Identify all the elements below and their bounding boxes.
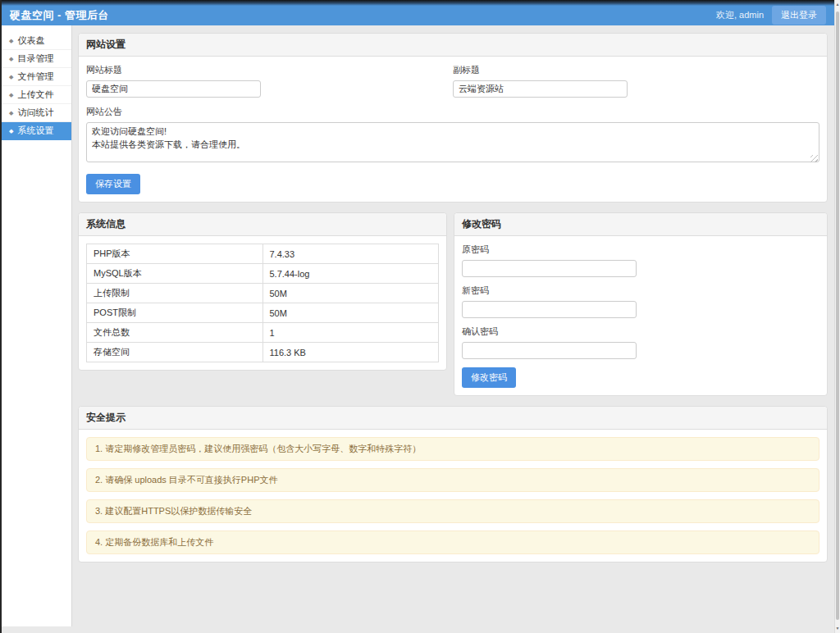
sidebar-item-label: 系统设置 [17, 125, 53, 137]
sidebar-item-dashboard[interactable]: ◆ 仪表盘 [2, 32, 71, 50]
table-row: MySQL版本 5.7.44-log [87, 264, 439, 284]
site-settings-form-row: 网站标题 副标题 [86, 64, 819, 98]
site-settings-panel: 网站设置 网站标题 副标题 网站公告 欢迎访问硬盘空间! 本站提供各类资源下载，… [78, 33, 828, 203]
change-password-panel-body: 原密码 新密码 确认密码 修改密码 [454, 236, 827, 395]
info-value: 7.4.33 [262, 244, 439, 264]
table-row: 上传限制 50M [87, 284, 439, 303]
new-password-field-group: 新密码 [462, 285, 819, 318]
info-label: PHP版本 [87, 244, 263, 264]
sidebar-item-directories[interactable]: ◆ 目录管理 [2, 50, 71, 68]
announcement-textarea-wrap: 欢迎访问硬盘空间! 本站提供各类资源下载，请合理使用。 [86, 122, 819, 166]
bullet-icon: ◆ [9, 56, 13, 61]
scrollbar-thumb[interactable] [836, 11, 839, 620]
app-title: 硬盘空间 - 管理后台 [10, 8, 109, 23]
bullet-icon: ◆ [9, 128, 13, 134]
middle-panels-row: 系统信息 PHP版本 7.4.33 MySQL版本 5.7.44-log 上 [78, 212, 828, 406]
vertical-scrollbar[interactable]: ▲ ▼ [834, 0, 840, 633]
topbar-right-group: 欢迎, admin 退出登录 [716, 6, 826, 25]
site-title-label: 网站标题 [86, 64, 453, 76]
info-label: MySQL版本 [87, 264, 263, 284]
table-row: POST限制 50M [87, 303, 439, 323]
security-tips-panel-body: 1. 请定期修改管理员密码，建议使用强密码（包含大小写字母、数字和特殊字符） 2… [79, 430, 827, 562]
subtitle-label: 副标题 [453, 64, 819, 76]
confirm-password-label: 确认密码 [462, 326, 819, 338]
subtitle-field-group: 副标题 [453, 64, 819, 98]
info-label: 上传限制 [87, 284, 263, 303]
bullet-icon: ◆ [9, 92, 13, 98]
confirm-password-field-group: 确认密码 [462, 326, 819, 359]
info-label: 文件总数 [87, 323, 263, 343]
security-tip-alert: 1. 请定期修改管理员密码，建议使用强密码（包含大小写字母、数字和特殊字符） [86, 437, 819, 461]
top-navbar: 硬盘空间 - 管理后台 欢迎, admin 退出登录 [0, 0, 834, 25]
sidebar-item-label: 上传文件 [17, 89, 53, 101]
table-row: 文件总数 1 [87, 323, 439, 343]
system-info-table: PHP版本 7.4.33 MySQL版本 5.7.44-log 上传限制 50M [86, 244, 439, 362]
sidebar-nav: ◆ 仪表盘 ◆ 目录管理 ◆ 文件管理 ◆ 上传文件 ◆ 访问统计 ◆ 系统设置 [2, 25, 72, 626]
sidebar-item-stats[interactable]: ◆ 访问统计 [2, 104, 71, 122]
old-password-input[interactable] [462, 260, 637, 277]
window-left-edge [0, 0, 2, 633]
save-settings-button[interactable]: 保存设置 [86, 174, 140, 194]
change-password-button[interactable]: 修改密码 [462, 367, 516, 388]
site-settings-panel-body: 网站标题 副标题 网站公告 欢迎访问硬盘空间! 本站提供各类资源下载，请合理使用… [79, 57, 827, 202]
bullet-icon: ◆ [9, 110, 13, 116]
bullet-icon: ◆ [9, 74, 13, 80]
main-content: 网站设置 网站标题 副标题 网站公告 欢迎访问硬盘空间! 本站提供各类资源下载，… [73, 25, 834, 633]
subtitle-input[interactable] [453, 80, 628, 98]
new-password-input[interactable] [462, 301, 637, 318]
info-value: 1 [262, 323, 439, 343]
scroll-up-icon[interactable]: ▲ [835, 2, 840, 7]
sidebar-item-label: 访问统计 [17, 107, 53, 119]
sidebar-item-label: 仪表盘 [17, 34, 44, 47]
welcome-text: 欢迎, admin [716, 9, 764, 21]
confirm-password-input[interactable] [462, 342, 637, 359]
site-settings-panel-title: 网站设置 [79, 34, 827, 57]
logout-button[interactable]: 退出登录 [772, 6, 826, 25]
sidebar-item-label: 文件管理 [17, 71, 53, 83]
info-label: POST限制 [87, 303, 263, 323]
security-tip-alert: 4. 定期备份数据库和上传文件 [86, 531, 819, 554]
announcement-field-group: 网站公告 欢迎访问硬盘空间! 本站提供各类资源下载，请合理使用。 [86, 106, 819, 166]
table-row: 存储空间 116.3 KB [87, 343, 439, 362]
security-tips-panel: 安全提示 1. 请定期修改管理员密码，建议使用强密码（包含大小写字母、数字和特殊… [78, 406, 828, 562]
info-label: 存储空间 [87, 343, 263, 362]
scroll-down-icon[interactable]: ▼ [835, 626, 840, 631]
old-password-field-group: 原密码 [462, 244, 819, 277]
security-tip-alert: 3. 建议配置HTTPS以保护数据传输安全 [86, 499, 819, 523]
system-info-panel-body: PHP版本 7.4.33 MySQL版本 5.7.44-log 上传限制 50M [79, 236, 446, 370]
system-info-panel: 系统信息 PHP版本 7.4.33 MySQL版本 5.7.44-log 上 [78, 212, 447, 371]
change-password-panel: 修改密码 原密码 新密码 确认密码 修改密码 [454, 212, 828, 396]
security-tips-panel-title: 安全提示 [79, 407, 827, 430]
announcement-textarea[interactable]: 欢迎访问硬盘空间! 本站提供各类资源下载，请合理使用。 [86, 122, 819, 162]
sidebar-item-label: 目录管理 [17, 52, 53, 65]
info-value: 50M [262, 284, 439, 303]
security-tip-alert: 2. 请确保 uploads 目录不可直接执行PHP文件 [86, 468, 819, 492]
info-value: 50M [262, 303, 439, 323]
old-password-label: 原密码 [462, 244, 819, 256]
info-value: 5.7.44-log [262, 264, 439, 284]
site-title-field-group: 网站标题 [86, 64, 453, 98]
bullet-icon: ◆ [9, 38, 13, 43]
new-password-label: 新密码 [462, 285, 819, 297]
change-password-panel-title: 修改密码 [454, 213, 827, 236]
table-row: PHP版本 7.4.33 [87, 244, 439, 264]
announcement-label: 网站公告 [86, 106, 819, 118]
site-title-input[interactable] [86, 80, 261, 98]
sidebar-item-upload[interactable]: ◆ 上传文件 [2, 86, 71, 104]
system-info-panel-title: 系统信息 [79, 213, 446, 236]
sidebar-item-files[interactable]: ◆ 文件管理 [2, 68, 71, 86]
sidebar-item-settings[interactable]: ◆ 系统设置 [2, 122, 71, 140]
info-value: 116.3 KB [262, 343, 439, 362]
